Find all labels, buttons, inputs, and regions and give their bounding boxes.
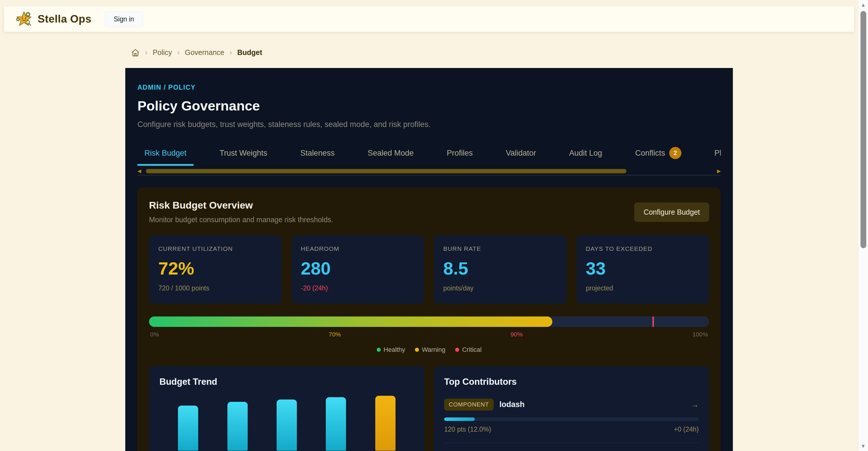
legend-label: Healthy bbox=[384, 346, 405, 354]
gauge-label-100: 100% bbox=[692, 331, 708, 338]
breadcrumb-item-policy[interactable]: Policy bbox=[153, 48, 172, 57]
contributor-divider bbox=[444, 443, 699, 443]
top-contributors-title: Top Contributors bbox=[444, 377, 699, 387]
contributor-points: 120 pts (12.0%) bbox=[444, 425, 491, 433]
scroll-right-icon[interactable]: ▶ bbox=[717, 169, 721, 173]
utilization-gauge-fill bbox=[149, 317, 552, 327]
legend-label: Critical bbox=[462, 346, 482, 354]
stat-value: 8.5 bbox=[443, 258, 558, 279]
legend-item-warning: Warning bbox=[415, 346, 445, 354]
tab-audit-log[interactable]: Audit Log bbox=[562, 143, 609, 166]
stat-label: CURRENT UTILIZATION bbox=[158, 245, 273, 252]
tabs-horizontal-scrollbar[interactable]: ◀ ▶ bbox=[137, 168, 721, 173]
breadcrumb-item-budget: Budget bbox=[237, 48, 262, 57]
tabs-scrollbar-track[interactable] bbox=[143, 169, 715, 173]
breadcrumb-separator-icon: › bbox=[229, 48, 232, 57]
tab-validator[interactable]: Validator bbox=[499, 143, 543, 166]
tabs-scrollbar-thumb[interactable] bbox=[146, 169, 626, 173]
budget-trend-card: Budget Trend 12/112/812/1512/2212/29 bbox=[149, 366, 425, 451]
breadcrumb-item-governance[interactable]: Governance bbox=[185, 48, 224, 57]
gauge-label-0: 0% bbox=[150, 331, 159, 338]
breadcrumb-separator-icon: › bbox=[177, 48, 180, 57]
stella-ops-logo-icon bbox=[16, 11, 32, 28]
brand-name: Stella Ops bbox=[38, 13, 91, 25]
tab-label: Conflicts bbox=[635, 149, 665, 158]
stat-label: BURN RATE bbox=[443, 245, 558, 252]
legend-label: Warning bbox=[422, 346, 445, 354]
breadcrumb: ›Policy›Governance›Budget bbox=[125, 32, 733, 68]
scroll-up-icon[interactable]: ▲ bbox=[861, 0, 866, 10]
contributor-stats: 120 pts (12.0%)+0 (24h) bbox=[444, 425, 699, 433]
budget-trend-chart: 12/112/812/1512/2212/29 bbox=[159, 396, 414, 451]
critical-threshold-tick bbox=[652, 317, 654, 327]
tab-sealed-mode[interactable]: Sealed Mode bbox=[361, 143, 421, 166]
stat-value: 33 bbox=[586, 258, 700, 279]
stat-card-current-utilization: CURRENT UTILIZATION72%720 / 1000 points bbox=[149, 235, 282, 304]
tab-label: Sealed Mode bbox=[368, 149, 414, 158]
trend-bar-column: 12/15 bbox=[269, 399, 304, 451]
trend-bar-column: 12/22 bbox=[318, 397, 353, 451]
tab-trust-weights[interactable]: Trust Weights bbox=[213, 143, 274, 166]
tab-label: Validator bbox=[506, 149, 536, 158]
tab-profiles[interactable]: Profiles bbox=[440, 143, 480, 166]
scroll-down-icon[interactable]: ▼ bbox=[861, 441, 866, 451]
page-title: Policy Governance bbox=[137, 98, 721, 114]
contributor-type-badge: COMPONENT bbox=[444, 399, 494, 411]
stat-card-days-to-exceeded: DAYS TO EXCEEDED33projected bbox=[577, 235, 709, 304]
stat-card-headroom: HEADROOM280-20 (24h) bbox=[292, 235, 425, 304]
legend-dot-icon bbox=[415, 348, 419, 352]
trend-bar-column: 12/29 bbox=[368, 396, 403, 451]
legend-dot-icon bbox=[455, 348, 459, 352]
stat-subtext: projected bbox=[586, 284, 700, 292]
contributor-lodash: COMPONENTlodash→120 pts (12.0%)+0 (24h) bbox=[444, 399, 699, 433]
contributor-progress-track bbox=[444, 417, 699, 421]
app-header: Stella Ops Sign in bbox=[4, 6, 854, 32]
tab-pl[interactable]: Pl bbox=[707, 143, 721, 166]
stat-subtext: 720 / 1000 points bbox=[158, 284, 273, 292]
risk-budget-overview-card: Risk Budget Overview Monitor budget cons… bbox=[137, 188, 721, 451]
stat-value: 72% bbox=[158, 258, 273, 279]
stat-subtext: -20 (24h) bbox=[301, 284, 415, 292]
configure-budget-button[interactable]: Configure Budget bbox=[634, 202, 709, 222]
breadcrumb-separator-icon: › bbox=[145, 48, 148, 57]
page-scrollbar-thumb[interactable] bbox=[861, 11, 866, 248]
stat-label: HEADROOM bbox=[301, 245, 415, 252]
trend-bar bbox=[277, 399, 297, 451]
tab-label: Trust Weights bbox=[220, 149, 267, 158]
trend-bar bbox=[178, 406, 198, 451]
stat-value: 280 bbox=[301, 258, 415, 279]
trend-bar bbox=[227, 402, 248, 451]
contributor-progress-fill bbox=[444, 417, 475, 421]
tab-label: Risk Budget bbox=[144, 149, 187, 158]
budget-trend-title: Budget Trend bbox=[159, 377, 414, 387]
tab-bar: Risk BudgetTrust WeightsStalenessSealed … bbox=[137, 142, 721, 167]
tab-staleness[interactable]: Staleness bbox=[293, 143, 342, 166]
trend-bar-column: 12/8 bbox=[220, 402, 255, 451]
utilization-gauge bbox=[149, 317, 709, 327]
stat-cards: CURRENT UTILIZATION72%720 / 1000 pointsH… bbox=[149, 235, 709, 304]
overview-title: Risk Budget Overview bbox=[149, 200, 333, 211]
legend-item-healthy: Healthy bbox=[377, 346, 405, 354]
tab-risk-budget[interactable]: Risk Budget bbox=[137, 143, 193, 166]
page-vertical-scrollbar[interactable]: ▲ ▼ bbox=[858, 0, 868, 451]
page-subtitle: Configure risk budgets, trust weights, s… bbox=[137, 120, 721, 129]
top-contributors-card: Top Contributors COMPONENTlodash→120 pts… bbox=[434, 366, 709, 451]
trend-bar-column: 12/1 bbox=[171, 406, 206, 451]
home-icon[interactable] bbox=[131, 48, 140, 57]
brand[interactable]: Stella Ops bbox=[16, 11, 91, 28]
contributor-delta: +0 (24h) bbox=[674, 425, 699, 433]
gauge-threshold-labels: 0%70%90%100% bbox=[149, 331, 709, 338]
tab-conflicts[interactable]: Conflicts2 bbox=[628, 142, 688, 167]
contributor-header: COMPONENTlodash→ bbox=[444, 399, 699, 411]
scroll-left-icon[interactable]: ◀ bbox=[137, 169, 141, 173]
tab-label: Profiles bbox=[447, 149, 473, 158]
conflicts-count-badge: 2 bbox=[669, 147, 681, 159]
sign-in-button[interactable]: Sign in bbox=[105, 11, 143, 27]
page: Stella Ops Sign in ›Policy›Governance›Bu… bbox=[0, 0, 868, 451]
overview-subtitle: Monitor budget consumption and manage ri… bbox=[149, 216, 333, 224]
legend-dot-icon bbox=[377, 348, 381, 352]
arrow-right-icon[interactable]: → bbox=[691, 400, 699, 409]
gauge-label-90: 90% bbox=[511, 331, 523, 338]
trend-bar bbox=[326, 397, 346, 451]
trend-bar bbox=[375, 396, 396, 451]
